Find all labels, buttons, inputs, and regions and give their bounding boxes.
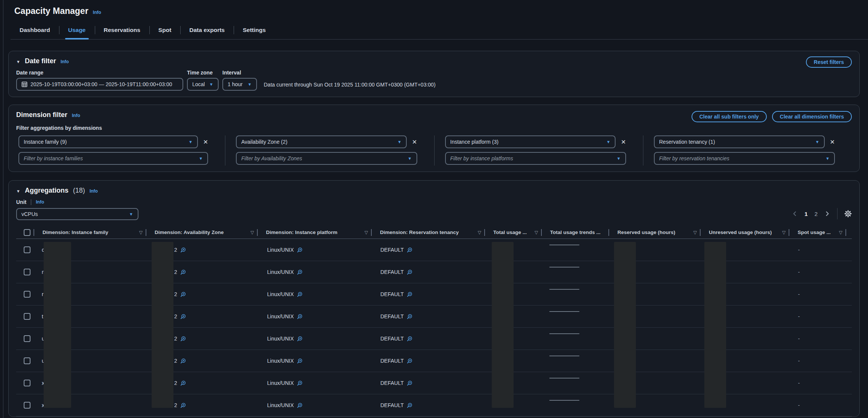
zoom-in-icon[interactable] [297,269,303,275]
row-checkbox[interactable] [24,402,30,409]
tab-settings[interactable]: Settings [234,23,275,39]
row-checkbox[interactable] [24,313,30,320]
spot-usage-cell: - [798,313,800,319]
zoom-in-icon[interactable] [297,358,303,364]
aggregations-collapse-caret[interactable]: ▼ [16,189,20,193]
instance-family-cell: t [42,313,43,319]
reservation-tenancy-cell: DEFAULT [380,313,404,319]
tab-dashboard[interactable]: Dashboard [11,23,59,39]
remove-dimension-icon[interactable]: ✕ [412,138,417,146]
zoom-in-icon[interactable] [180,380,186,386]
page-title-info-link[interactable]: Info [93,10,101,15]
date-range-input[interactable]: 2025-10-19T03:00:00+03:00 — 2025-10-19T1… [16,78,183,91]
spot-usage-cell: - [798,269,800,275]
tab-spot[interactable]: Spot [149,23,180,39]
zoom-in-icon[interactable] [180,336,186,342]
chevron-down-icon: ▼ [209,82,213,87]
instance-platform-cell: Linux/UNIX [267,380,294,386]
row-checkbox[interactable] [24,380,30,386]
dimension-select-availability-zone[interactable]: Availability Zone (2) ▼ [236,135,407,148]
zoom-in-icon[interactable] [407,314,412,319]
time-zone-select[interactable]: Local ▼ [187,78,219,91]
spot-usage-cell: - [798,247,800,253]
sub-filter-availability-zones[interactable]: Filter by Availability Zones ▼ [236,152,417,165]
select-all-checkbox[interactable] [24,229,30,236]
aggregations-count: (18) [73,187,85,195]
column-header-label: Total usage trends ... [550,230,600,235]
column-filter-icon[interactable]: ▽ [139,230,143,235]
usage-trend-sparkline [549,267,579,268]
column-filter-icon[interactable]: ▽ [251,230,254,235]
row-checkbox[interactable] [24,269,30,275]
page-number-2[interactable]: 2 [815,211,818,217]
clear-all-dimension-filters-button[interactable]: Clear all dimension filters [772,111,852,122]
zoom-in-icon[interactable] [407,336,412,342]
zoom-in-icon[interactable] [407,269,412,275]
remove-dimension-icon[interactable]: ✕ [621,138,626,146]
column-filter-icon[interactable]: ▽ [535,230,538,235]
tab-reservations[interactable]: Reservations [95,23,149,39]
column-filter-icon[interactable]: ▽ [839,230,842,235]
reset-filters-button[interactable]: Reset filters [806,56,852,68]
row-checkbox[interactable] [24,335,30,342]
zoom-in-icon[interactable] [180,358,186,364]
remove-dimension-icon[interactable]: ✕ [830,138,835,146]
column-filter-icon[interactable]: ▽ [782,230,786,235]
zoom-in-icon[interactable] [297,380,303,386]
zoom-in-icon[interactable] [180,403,186,408]
zoom-in-icon[interactable] [180,247,186,253]
column-filter-icon[interactable]: ▽ [365,230,368,235]
zoom-in-icon[interactable] [407,358,412,364]
sub-filter-placeholder: Filter by reservation tenancies [659,155,730,161]
sub-filter-reservation-tenancies[interactable]: Filter by reservation tenancies ▼ [654,152,835,165]
next-page-icon[interactable] [824,211,830,217]
date-filter-collapse-caret[interactable]: ▼ [16,59,20,64]
row-checkbox[interactable] [24,357,30,364]
chevron-down-icon: ▼ [408,156,412,161]
table-settings-gear-icon[interactable] [844,210,852,217]
row-checkbox[interactable] [24,291,30,298]
dimension-select-reservation-tenancy[interactable]: Reservation tenancy (1) ▼ [654,135,825,148]
previous-page-icon[interactable] [792,211,798,217]
zoom-in-icon[interactable] [297,247,303,253]
time-zone-label: Time zone [187,70,219,76]
tab-data-exports[interactable]: Data exports [180,23,234,39]
remove-dimension-icon[interactable]: ✕ [203,138,208,146]
dimension-filter-info-link[interactable]: Info [72,113,80,118]
sub-filter-instance-platforms[interactable]: Filter by instance platforms ▼ [445,152,626,165]
dimension-select-instance-family[interactable]: Instance family (9) ▼ [18,135,198,148]
zoom-in-icon[interactable] [297,292,303,297]
zoom-in-icon[interactable] [407,247,412,253]
interval-select[interactable]: 1 hour ▼ [222,78,257,91]
clear-sub-filters-button[interactable]: Clear all sub filters only [692,111,767,122]
zoom-in-icon[interactable] [180,292,186,297]
zoom-in-icon[interactable] [407,380,412,386]
date-range-field: Date range 2025-10-19T03:00:00+03:00 — 2… [16,70,183,91]
aggregations-info-link[interactable]: Info [90,188,98,194]
unit-info-link[interactable]: Info [36,199,44,205]
dimension-filter-card: Dimension filter Info Clear all sub filt… [8,105,860,172]
zoom-in-icon[interactable] [297,403,303,408]
column-header-label: Total usage ... [493,230,527,235]
zoom-in-icon[interactable] [180,269,186,275]
divider [837,208,838,219]
unit-select[interactable]: vCPUs ▼ [16,208,138,220]
row-checkbox[interactable] [24,246,30,253]
dimension-select-instance-platform[interactable]: Instance platform (3) ▼ [445,135,616,148]
availability-zone-cell: 2 [174,269,177,275]
zoom-in-icon[interactable] [407,403,412,408]
zoom-in-icon[interactable] [297,336,303,342]
sub-filter-instance-families[interactable]: Filter by instance families ▼ [18,152,208,165]
zoom-in-icon[interactable] [180,314,186,319]
redacted-region [152,242,173,408]
availability-zone-cell: 2 [174,247,177,253]
zoom-in-icon[interactable] [407,292,412,297]
column-filter-icon[interactable]: ▽ [693,230,697,235]
page-title: Capacity Manager [14,6,88,16]
page-header: Capacity Manager Info [0,0,868,16]
date-filter-info-link[interactable]: Info [61,59,69,64]
zoom-in-icon[interactable] [297,314,303,319]
page-number-1[interactable]: 1 [804,211,807,217]
column-filter-icon[interactable]: ▽ [478,230,481,235]
tab-usage[interactable]: Usage [59,23,95,39]
